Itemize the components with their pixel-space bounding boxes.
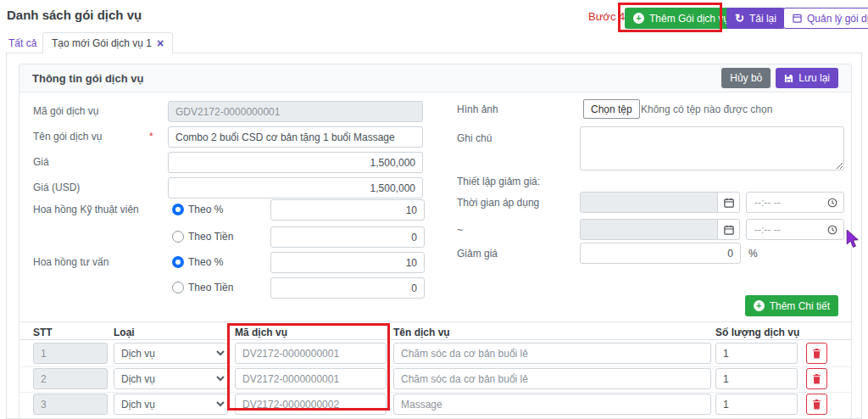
time-to-input[interactable]	[753, 223, 812, 237]
col-header-type: Loại	[114, 327, 135, 338]
col-header-name: Tên dịch vụ	[393, 327, 450, 338]
row-code-input[interactable]	[235, 394, 387, 415]
note-textarea[interactable]	[580, 126, 844, 170]
cancel-button[interactable]: Hủy bỏ	[721, 68, 771, 88]
consult-money-radio-label: Theo Tiền	[188, 282, 233, 293]
consult-money-radio[interactable]	[172, 282, 184, 293]
clock-icon	[827, 225, 837, 235]
tab-active-label: Tạo mới Gói dịch vụ 1	[52, 37, 152, 49]
to-label: ~	[457, 224, 463, 236]
delete-row-button[interactable]	[806, 394, 827, 415]
price-usd-input[interactable]	[168, 177, 423, 198]
tech-percent-radio[interactable]	[172, 204, 184, 215]
date-to-input[interactable]	[580, 219, 718, 240]
window-icon	[793, 14, 802, 23]
row-divider	[19, 366, 851, 367]
row-code-input[interactable]	[235, 343, 387, 364]
reload-icon: ↻	[735, 12, 744, 25]
tech-money-radio[interactable]	[172, 231, 184, 243]
trash-icon	[812, 399, 821, 410]
col-header-code: Mã dịch vụ	[235, 327, 287, 338]
add-package-button[interactable]: + Thêm Gói dịch vụ	[625, 8, 737, 29]
close-tab-icon[interactable]: ×	[157, 38, 164, 48]
row-name-input[interactable]	[393, 368, 711, 389]
date-from-input[interactable]	[580, 192, 718, 213]
commission-consult-label: Hoa hồng tư vấn	[33, 256, 108, 268]
col-header-qty: Số lượng dịch vụ	[715, 327, 799, 338]
price-usd-label: Giá (USD)	[33, 182, 80, 193]
delete-row-button[interactable]	[806, 368, 827, 389]
required-asterisk: *	[149, 131, 153, 142]
commission-tech-label: Hoa hồng Kỹ thuật viên	[33, 204, 139, 215]
table-header-divider	[19, 339, 851, 340]
code-input[interactable]	[168, 101, 423, 122]
name-input[interactable]	[168, 126, 423, 148]
discount-label: Giảm giá	[457, 248, 498, 260]
price-input[interactable]	[168, 152, 423, 173]
consult-money-input[interactable]	[270, 277, 425, 299]
row-stt-input[interactable]	[33, 394, 108, 415]
manage-packages-button[interactable]: Quản lý gói dịch vụ ▾	[783, 8, 868, 29]
calendar-to-button[interactable]	[717, 219, 740, 240]
consult-percent-radio[interactable]	[172, 256, 184, 268]
tech-money-input[interactable]	[270, 226, 425, 248]
choose-file-button[interactable]: Chọn tệp	[583, 99, 640, 119]
row-qty-input[interactable]	[715, 368, 798, 389]
plus-icon: +	[633, 13, 644, 24]
discount-section-label: Thiết lập giảm giá:	[457, 176, 540, 187]
add-detail-label: Thêm Chi tiết	[770, 300, 830, 312]
card-title: Thông tin gói dịch vụ	[32, 72, 143, 85]
calendar-from-button[interactable]	[717, 192, 740, 213]
consult-percent-radio-label: Theo %	[188, 256, 223, 268]
price-label: Giá	[33, 156, 49, 168]
calendar-icon	[724, 225, 734, 235]
save-button[interactable]: Lưu lại	[776, 68, 838, 88]
row-qty-input[interactable]	[715, 343, 798, 364]
file-status-text: Không có tệp nào được chọn	[641, 103, 772, 115]
package-info-card: Thông tin gói dịch vụ Hủy bỏ Lưu lại Mã …	[19, 64, 852, 419]
row-divider	[19, 392, 851, 393]
trash-icon	[812, 374, 821, 384]
row-code-input[interactable]	[235, 368, 387, 389]
code-label: Mã gói dịch vụ	[33, 105, 98, 117]
delete-row-button[interactable]	[806, 343, 827, 364]
card-header: Thông tin gói dịch vụ Hủy bỏ Lưu lại	[19, 64, 851, 92]
note-label: Ghi chú	[457, 132, 492, 144]
save-icon	[784, 74, 793, 83]
mouse-cursor	[846, 230, 860, 249]
reload-button[interactable]: ↻ Tải lại	[726, 8, 785, 29]
time-to-field[interactable]	[746, 219, 844, 240]
apply-time-label: Thời gian áp dụng	[457, 197, 539, 209]
row-name-input[interactable]	[393, 394, 711, 415]
table-top-divider	[19, 321, 851, 322]
clock-icon	[827, 198, 837, 208]
tab-all[interactable]: Tất cả	[8, 37, 36, 49]
row-type-select[interactable]: Dịch vụ	[114, 394, 228, 415]
time-from-field[interactable]	[746, 192, 844, 213]
tech-percent-input[interactable]	[270, 199, 425, 221]
manage-packages-label: Quản lý gói dịch vụ	[807, 13, 868, 25]
consult-percent-input[interactable]	[270, 252, 425, 273]
trash-icon	[812, 349, 821, 359]
row-name-input[interactable]	[393, 343, 711, 364]
add-package-label: Thêm Gói dịch vụ	[649, 13, 729, 25]
plus-icon: +	[754, 300, 765, 311]
row-stt-input[interactable]	[33, 343, 108, 364]
discount-input[interactable]	[580, 243, 741, 264]
reload-label: Tải lại	[749, 13, 776, 25]
name-label: Tên gói dịch vụ	[33, 131, 102, 142]
app-window: Danh sách gói dịch vụ Bước 4.6 + Thêm Gó…	[0, 0, 868, 419]
page-title: Danh sách gói dịch vụ	[7, 8, 142, 22]
image-label: Hình ảnh	[457, 103, 498, 115]
tech-percent-radio-label: Theo %	[188, 204, 223, 215]
discount-unit: %	[748, 248, 758, 260]
row-type-select[interactable]: Dịch vụ	[114, 343, 228, 364]
time-from-input[interactable]	[753, 196, 812, 210]
row-type-select[interactable]: Dịch vụ	[114, 368, 228, 389]
save-label: Lưu lại	[798, 72, 830, 84]
tech-money-radio-label: Theo Tiền	[188, 231, 233, 243]
add-detail-button[interactable]: + Thêm Chi tiết	[745, 295, 838, 316]
row-stt-input[interactable]	[33, 368, 108, 389]
tab-active-new-package[interactable]: Tạo mới Gói dịch vụ 1 ×	[42, 32, 173, 53]
row-qty-input[interactable]	[715, 394, 798, 415]
